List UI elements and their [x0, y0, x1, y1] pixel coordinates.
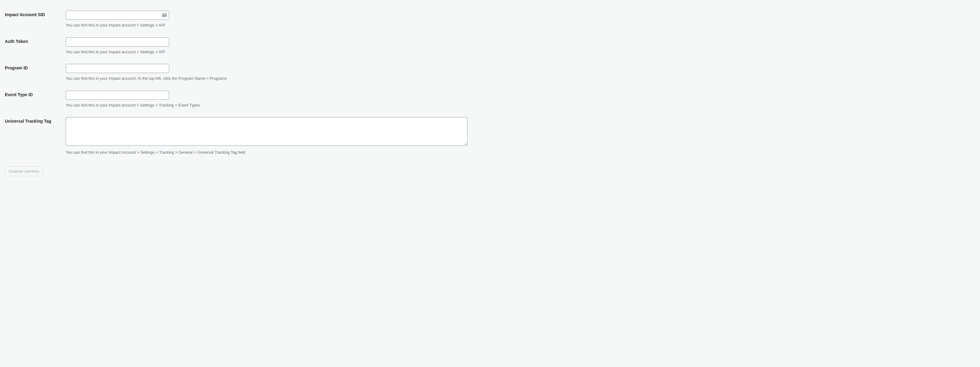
save-changes-button[interactable]: Guardar cambios [5, 166, 43, 176]
row-event-type-id: Event Type ID You can find this in your … [5, 86, 975, 113]
auth-token-description: You can find this in your Impact account… [66, 49, 972, 55]
universal-tracking-tag-textarea[interactable] [66, 117, 468, 146]
account-sid-input-wrapper [66, 11, 169, 20]
program-id-label: Program ID [5, 65, 28, 70]
auth-token-input[interactable] [66, 37, 169, 46]
program-id-input[interactable] [66, 64, 169, 73]
program-id-description: You can find this in your Impact account… [66, 75, 972, 81]
event-type-id-label: Event Type ID [5, 92, 33, 97]
account-sid-label: Impact Account SID [5, 12, 45, 17]
row-auth-token: Auth Token You can find this in your Imp… [5, 33, 975, 60]
row-universal-tracking-tag: Universal Tracking Tag You can find this… [5, 113, 975, 160]
account-sid-description: You can find this in your Impact account… [66, 22, 972, 28]
account-sid-input[interactable] [66, 11, 169, 20]
auth-token-label: Auth Token [5, 39, 28, 44]
row-program-id: Program ID You can find this in your Imp… [5, 59, 975, 86]
universal-tracking-tag-description: You can find this in your Impact Account… [66, 149, 972, 156]
settings-form-table: Impact Account SID [5, 6, 975, 160]
event-type-id-description: You can find this in your Impact account… [66, 102, 972, 108]
universal-tracking-tag-label: Universal Tracking Tag [5, 119, 51, 124]
submit-row: Guardar cambios [5, 166, 975, 176]
event-type-id-input[interactable] [66, 91, 169, 100]
row-account-sid: Impact Account SID [5, 6, 975, 33]
